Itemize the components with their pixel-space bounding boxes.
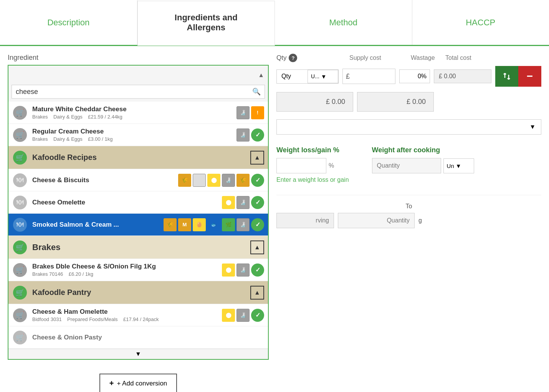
list-item[interactable]: 🍽 Cheese & Biscuits 🌾 ⬤ 🍶 🌾 ✓ xyxy=(8,169,268,191)
reorder-button[interactable] xyxy=(495,66,518,87)
right-panel: Qty ? Supply cost Wastage Total cost U..… xyxy=(276,54,541,392)
supply-cost-input[interactable] xyxy=(353,69,395,84)
to-label: To xyxy=(406,203,412,209)
category-icon: 🛒 xyxy=(12,150,28,165)
category-collapse-btn[interactable]: ▲ xyxy=(250,286,264,300)
item-icon: 🛒 xyxy=(12,262,28,278)
item-name: Regular Cream Cheese xyxy=(32,128,236,135)
allergen-badge: ⬤ xyxy=(222,264,235,277)
item-name: Cheese & Onion Pasty xyxy=(32,334,264,341)
item-text: Cheese & Biscuits xyxy=(32,176,178,184)
item-icon: 🍽 xyxy=(12,173,28,188)
allergen-badge: 🍶 xyxy=(236,196,250,209)
add-conversion-button[interactable]: + + Add conversion xyxy=(99,374,177,392)
category-collapse-btn[interactable]: ▲ xyxy=(250,240,264,254)
item-name: Cheese Omelette xyxy=(32,199,222,206)
method-dropdown[interactable]: ▼ xyxy=(276,119,541,135)
remove-button[interactable]: − xyxy=(518,66,541,87)
wastage-label: Wastage xyxy=(411,54,435,61)
category-header-kafoodle-pantry[interactable]: 🛒 Kafoodle Pantry ▲ xyxy=(8,281,268,304)
search-input[interactable] xyxy=(16,88,252,96)
allergen-badge: 🌾 xyxy=(164,218,177,231)
item-text: Smoked Salmon & Cream ... xyxy=(32,221,164,229)
item-text: Cheese & Onion Pasty xyxy=(32,334,264,341)
tab-haccp-label: HACCP xyxy=(466,18,495,28)
dropdown-header[interactable]: ▲ xyxy=(8,66,268,85)
item-icon: 🛒 xyxy=(12,105,28,120)
allergen-badge: 🌿 xyxy=(222,218,235,231)
list-item[interactable]: 🛒 Cheese & Ham Omelette Bidfood 3031 Pre… xyxy=(8,304,268,326)
list-item[interactable]: 🍽 Cheese Omelette ⬤ 🍶 ✓ xyxy=(8,191,268,214)
wastage-input[interactable] xyxy=(399,69,430,83)
weight-after-col: Weight after cooking Un ▼ xyxy=(372,146,474,173)
cart-icon: 🍽 xyxy=(13,218,27,232)
list-item[interactable]: 🛒 Regular Cream Cheese Brakes Dairy & Eg… xyxy=(8,124,268,146)
ingredient-dropdown[interactable]: ▲ 🔍 🛒 Mature White Cheddar Cheese Brakes… xyxy=(8,65,269,360)
cart-icon: 🛒 xyxy=(13,331,27,344)
unit-select[interactable]: U... ▼ xyxy=(308,70,338,83)
weight-row: Weight loss/gain % % Enter a weight loss… xyxy=(276,146,541,183)
dropdown-down-arrow[interactable]: ▼ xyxy=(8,349,268,359)
weight-after-quantity-input[interactable] xyxy=(372,158,441,173)
category-header-kafoodle-recipes[interactable]: 🛒 Kafoodle Recipes ▲ xyxy=(8,146,268,169)
tab-description[interactable]: Description xyxy=(0,0,137,45)
item-badges: 🌾 M 🥚 🐟 🌿 🍶 ✓ xyxy=(164,218,264,231)
weight-unit-value: Un xyxy=(447,163,454,169)
list-item-selected[interactable]: 🍽 Smoked Salmon & Cream ... 🌾 M 🥚 🐟 🌿 🍶 … xyxy=(8,214,268,236)
item-name: Brakes Dble Cheese & S/Onion Filg 1Kg xyxy=(32,263,222,270)
g-label: g xyxy=(418,217,422,224)
dropdown-list[interactable]: 🛒 Mature White Cheddar Cheese Brakes Dai… xyxy=(8,102,268,349)
category-name: Kafoodle Recipes xyxy=(32,153,247,162)
allergen-badge: ⬤ xyxy=(207,174,220,187)
minus-icon: − xyxy=(527,70,533,82)
item-text: Mature White Cheddar Cheese Brakes Dairy… xyxy=(32,105,236,120)
check-badge: ✓ xyxy=(251,174,264,187)
category-text: Brakes xyxy=(32,242,247,252)
allergen-badge: 🌾 xyxy=(236,174,250,187)
item-meta: Bidfood 3031 Prepared Foods/Meals £17.94… xyxy=(32,316,222,322)
allergen-badge: 🍶 xyxy=(236,106,250,119)
tab-ingredients[interactable]: Ingredients andAllergens xyxy=(137,1,275,46)
unit-value: U... xyxy=(311,73,319,79)
list-item[interactable]: 🛒 Brakes Dble Cheese & S/Onion Filg 1Kg … xyxy=(8,259,268,281)
tab-haccp[interactable]: HACCP xyxy=(412,0,549,45)
qty-input[interactable] xyxy=(277,70,308,83)
check-badge: ✓ xyxy=(251,128,264,142)
category-icon: 🛒 xyxy=(12,240,28,255)
item-meta: Brakes Dairy & Eggs £21.59 / 2.44kg xyxy=(32,114,236,120)
category-collapse-btn[interactable]: ▲ xyxy=(250,151,264,165)
weight-unit-dropdown[interactable]: Un ▼ xyxy=(443,158,474,173)
cart-icon: 🛒 xyxy=(13,308,27,322)
qty-help-icon[interactable]: ? xyxy=(289,54,297,62)
cart-icon-green: 🛒 xyxy=(13,286,27,300)
allergen-badge: ⬤ xyxy=(222,196,235,209)
add-conversion-icon: + xyxy=(109,379,114,388)
weight-note[interactable]: Enter a weight loss or gain xyxy=(276,176,349,183)
item-badges: 🍶 ✓ xyxy=(236,128,264,142)
item-badges: ⬤ 🍶 ✓ xyxy=(222,309,264,322)
serving-input[interactable] xyxy=(276,213,334,228)
item-text: Cheese Omelette xyxy=(32,199,222,206)
list-item[interactable]: 🛒 Cheese & Onion Pasty xyxy=(8,326,268,349)
allergen-badge: 🍶 xyxy=(236,218,250,231)
list-item[interactable]: 🛒 Mature White Cheddar Cheese Brakes Dai… xyxy=(8,102,268,124)
method-dropdown-icon: ▼ xyxy=(529,124,536,130)
item-name: Smoked Salmon & Cream ... xyxy=(32,221,164,229)
tab-method[interactable]: Method xyxy=(275,0,412,45)
weight-section: Weight loss/gain % % Enter a weight loss… xyxy=(276,146,541,228)
category-text: Kafoodle Recipes xyxy=(32,153,247,162)
item-badges: 🌾 ⬤ 🍶 🌾 ✓ xyxy=(178,174,264,187)
item-badges: ⬤ 🍶 ✓ xyxy=(222,264,264,277)
item-text: Cheese & Ham Omelette Bidfood 3031 Prepa… xyxy=(32,308,222,322)
supply-cost-label: Supply cost xyxy=(349,54,381,61)
check-badge: ✓ xyxy=(251,196,264,209)
cost-row: £ 0.00 £ 0.00 xyxy=(276,92,541,112)
weight-after-input-row: Un ▼ xyxy=(372,158,474,173)
item-name: Cheese & Biscuits xyxy=(32,176,178,184)
check-badge: ✓ xyxy=(251,264,264,277)
category-header-brakes[interactable]: 🛒 Brakes ▲ xyxy=(8,236,268,259)
category-name: Kafoodle Pantry xyxy=(32,288,247,297)
weight-loss-input[interactable] xyxy=(276,158,326,173)
category-text: Kafoodle Pantry xyxy=(32,288,247,297)
qty-conversion-input[interactable] xyxy=(338,213,415,228)
